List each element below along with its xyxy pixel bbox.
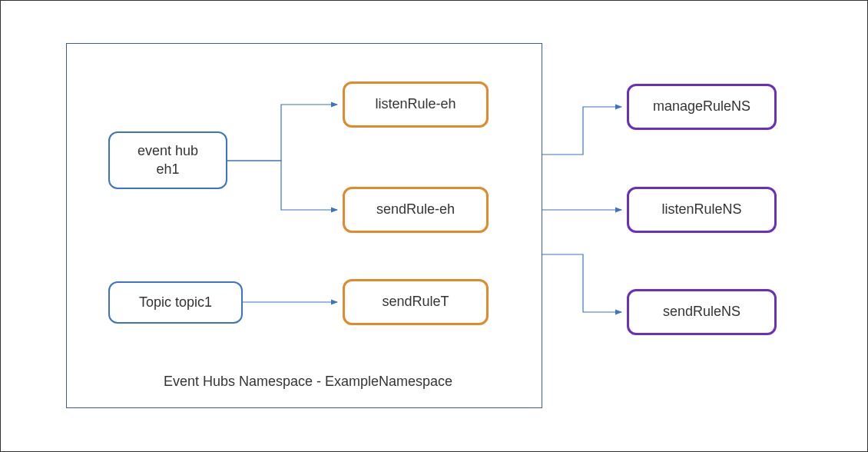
box-sendrule-t: sendRuleT bbox=[343, 279, 489, 325]
box-eventhub-eh1: event hub eh1 bbox=[108, 131, 227, 189]
box-listenrulens: listenRuleNS bbox=[627, 187, 777, 233]
namespace-label: Event Hubs Namespace - ExampleNamespace bbox=[154, 374, 462, 390]
box-sendrule-eh: sendRule-eh bbox=[343, 187, 489, 233]
box-listenrule-eh: listenRule-eh bbox=[343, 81, 489, 128]
diagram-canvas: Event Hubs Namespace - ExampleNamespace … bbox=[0, 0, 868, 452]
box-topic-topic1: Topic topic1 bbox=[108, 281, 243, 324]
box-sendrulens: sendRuleNS bbox=[627, 289, 777, 335]
box-managerulens: manageRuleNS bbox=[627, 84, 777, 130]
